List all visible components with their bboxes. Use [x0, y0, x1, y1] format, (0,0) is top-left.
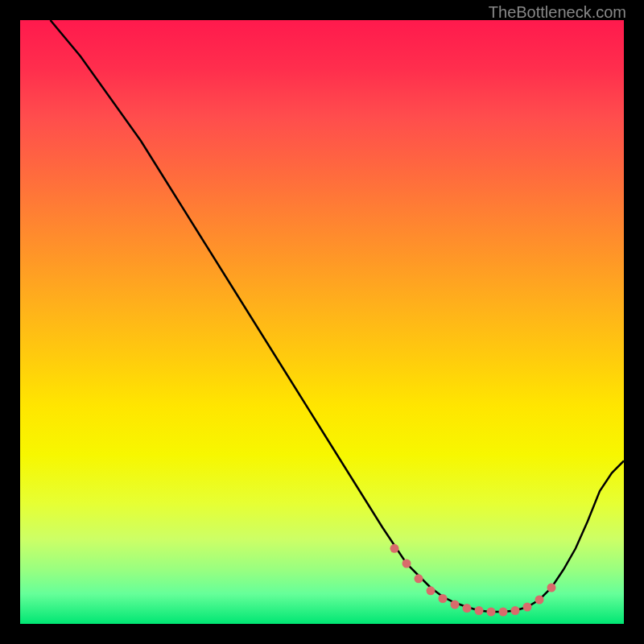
- watermark-text: TheBottleneck.com: [489, 3, 626, 22]
- plot-background: [20, 20, 624, 624]
- chart-container: TheBottleneck.com: [0, 0, 644, 644]
